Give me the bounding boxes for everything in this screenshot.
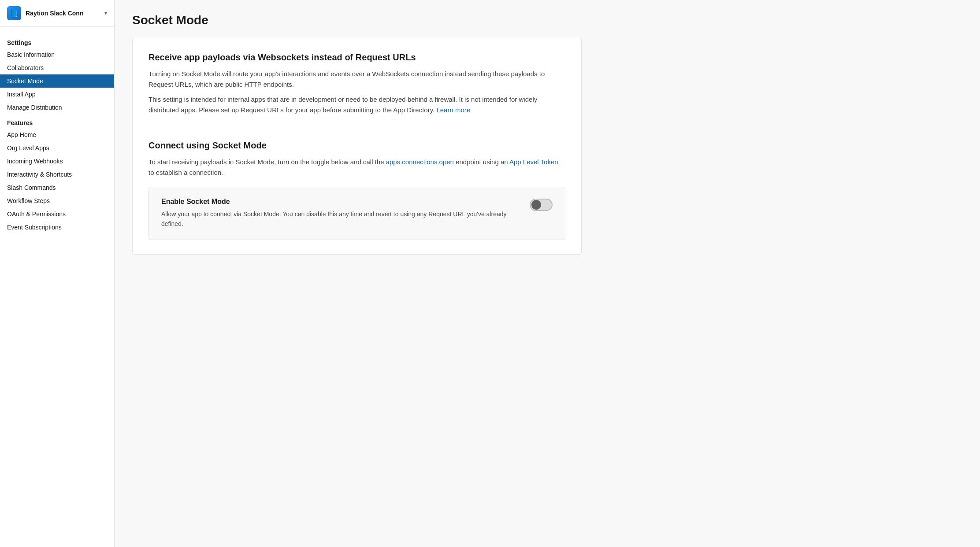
socket-mode-toggle[interactable] bbox=[530, 199, 553, 211]
sidebar: 📘 Raytion Slack Conn ▾ Settings Basic In… bbox=[0, 0, 115, 547]
sidebar-item-basic-information[interactable]: Basic Information bbox=[0, 48, 114, 61]
connect-body-text2: endpoint using an bbox=[456, 158, 508, 166]
connect-body-text1: To start receiving payloads in Socket Mo… bbox=[148, 158, 384, 166]
enable-socket-mode-box: Enable Socket Mode Allow your app to con… bbox=[148, 187, 565, 240]
websockets-paragraph1: Turning on Socket Mode will route your a… bbox=[148, 69, 565, 90]
sidebar-item-socket-mode[interactable]: Socket Mode bbox=[0, 74, 114, 88]
toggle-container bbox=[530, 198, 553, 211]
features-section-label: Features bbox=[0, 116, 114, 128]
apps-connections-link[interactable]: apps.connections.open bbox=[386, 158, 454, 166]
websockets-paragraph2: This setting is intended for internal ap… bbox=[148, 94, 565, 115]
connect-body-text3: to establish a connection. bbox=[148, 169, 223, 176]
sidebar-item-collaborators[interactable]: Collaborators bbox=[0, 61, 114, 74]
app-level-token-link[interactable]: App Level Token bbox=[509, 158, 558, 166]
sidebar-item-event-subscriptions[interactable]: Event Subscriptions bbox=[0, 221, 114, 234]
toggle-knob bbox=[531, 200, 541, 210]
websockets-heading: Receive app payloads via Websockets inst… bbox=[148, 52, 565, 63]
enable-box-content: Enable Socket Mode Allow your app to con… bbox=[161, 198, 521, 229]
websockets-paragraph2-text: This setting is intended for internal ap… bbox=[148, 96, 537, 114]
enable-socket-mode-title: Enable Socket Mode bbox=[161, 198, 521, 206]
page-title: Socket Mode bbox=[132, 13, 962, 27]
content-card: Receive app payloads via Websockets inst… bbox=[132, 38, 582, 255]
enable-socket-mode-description: Allow your app to connect via Socket Mod… bbox=[161, 209, 521, 229]
sidebar-item-org-level-apps[interactable]: Org Level Apps bbox=[0, 141, 114, 155]
sidebar-item-app-home[interactable]: App Home bbox=[0, 128, 114, 141]
chevron-down-icon: ▾ bbox=[104, 10, 107, 16]
sidebar-item-oauth-permissions[interactable]: OAuth & Permissions bbox=[0, 207, 114, 221]
main-content: Socket Mode Receive app payloads via Web… bbox=[115, 0, 980, 547]
section-divider bbox=[148, 128, 565, 128]
sidebar-item-manage-distribution[interactable]: Manage Distribution bbox=[0, 101, 114, 114]
connect-section: Connect using Socket Mode To start recei… bbox=[148, 140, 565, 240]
websockets-section: Receive app payloads via Websockets inst… bbox=[148, 52, 565, 115]
connect-body: To start receiving payloads in Socket Mo… bbox=[148, 157, 565, 178]
learn-more-link[interactable]: Learn more bbox=[436, 106, 470, 114]
sidebar-item-workflow-steps[interactable]: Workflow Steps bbox=[0, 194, 114, 207]
connect-heading: Connect using Socket Mode bbox=[148, 140, 565, 151]
app-name: Raytion Slack Conn bbox=[26, 10, 100, 17]
sidebar-item-interactivity-shortcuts[interactable]: Interactivity & Shortcuts bbox=[0, 168, 114, 181]
sidebar-item-incoming-webhooks[interactable]: Incoming Webhooks bbox=[0, 155, 114, 168]
settings-section-label: Settings bbox=[0, 36, 114, 48]
sidebar-navigation: Settings Basic Information Collaborators… bbox=[0, 27, 114, 241]
sidebar-item-install-app[interactable]: Install App bbox=[0, 88, 114, 101]
sidebar-item-slash-commands[interactable]: Slash Commands bbox=[0, 181, 114, 194]
app-icon: 📘 bbox=[7, 6, 21, 20]
app-selector[interactable]: 📘 Raytion Slack Conn ▾ bbox=[0, 0, 114, 27]
